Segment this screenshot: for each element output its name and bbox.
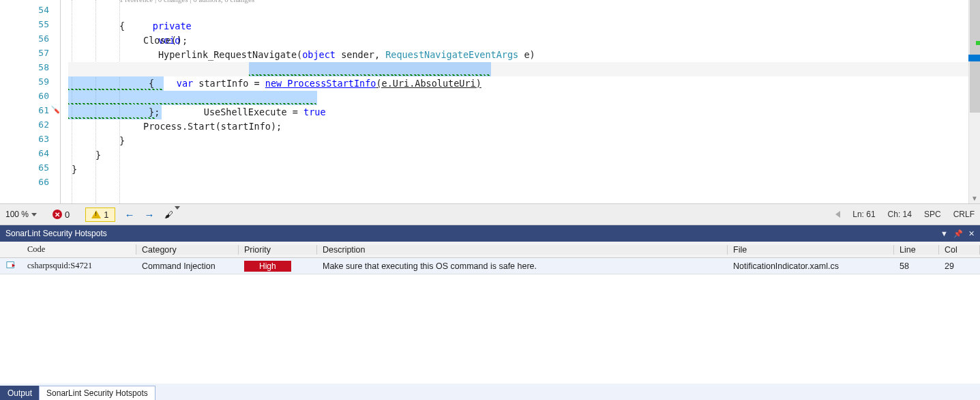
cleanup-icon[interactable]: 🖌	[164, 210, 180, 220]
chevron-down-icon[interactable]: ▼	[971, 195, 978, 202]
col-description[interactable]: Description	[317, 245, 728, 255]
indent-mode[interactable]: SPC	[924, 210, 941, 219]
linenum: 60	[38, 91, 49, 101]
priority-badge: High	[244, 261, 291, 272]
vertical-scrollbar[interactable]: ▼	[968, 0, 980, 203]
bottom-tab-strip: Output SonarLint Security Hotspots	[0, 384, 980, 400]
close-icon[interactable]: ✕	[968, 229, 975, 238]
linenum: 54	[38, 5, 49, 15]
col-line[interactable]: Line	[894, 245, 939, 255]
editor-status-bar: 100 % ✕ 0 1 ← → 🖌 Ln: 61 Ch: 14 SPC CRLF	[0, 203, 980, 225]
cell-file: NotificationIndicator.xaml.cs	[728, 261, 894, 271]
panel-titlebar[interactable]: SonarLint Security Hotspots ▼ 📌 ✕	[0, 225, 980, 242]
call-close: Close();	[143, 33, 980, 48]
type-requestnav: RequestNavigateEventArgs	[385, 49, 518, 60]
error-count-value: 0	[65, 210, 70, 220]
char-indicator[interactable]: Ch: 14	[888, 210, 912, 219]
grid-header: Code Category Priority Description File …	[0, 242, 980, 258]
warning-icon	[91, 210, 101, 218]
param-e: e)	[518, 49, 535, 60]
method-name: Hyperlink_RequestNavigate(	[153, 49, 302, 60]
line-endings[interactable]: CRLF	[953, 210, 975, 219]
hotspot-row[interactable]: csharpsquid:S4721 Command Injection High…	[0, 258, 980, 274]
linenum: 64	[38, 148, 49, 158]
error-count[interactable]: ✕ 0	[46, 208, 76, 222]
brace-close: }	[95, 148, 980, 162]
kw-object: object	[302, 49, 336, 60]
zoom-value: 100 %	[5, 210, 29, 219]
linenum: 58	[38, 62, 49, 72]
col-priority[interactable]: Priority	[239, 245, 317, 255]
obj-init-close: };	[149, 105, 980, 119]
hotspot-icon	[6, 260, 16, 270]
linenum: 63	[38, 134, 49, 144]
call-process-start: Process.Start(startInfo);	[143, 119, 980, 134]
cell-code: csharpsquid:S4721	[22, 261, 136, 271]
panel-menu-icon[interactable]: ▼	[940, 229, 948, 238]
overview-caret-mark	[968, 55, 980, 61]
obj-init-open: {	[149, 76, 980, 91]
cell-description: Make sure that executing this OS command…	[317, 261, 728, 271]
linenum: 59	[38, 76, 49, 87]
code-area[interactable]: 1 reference | 0 changes | 0 authors, 0 c…	[68, 0, 980, 203]
quick-actions-icon[interactable]: 🪛	[50, 105, 60, 114]
brace-close: }	[72, 162, 980, 177]
param: sender,	[336, 49, 385, 60]
linenum: 61	[38, 105, 49, 115]
pin-icon[interactable]: 📌	[953, 229, 963, 238]
cell-category: Command Injection	[136, 261, 239, 271]
grid-body[interactable]: csharpsquid:S4721 Command Injection High…	[0, 258, 980, 384]
line-indicator[interactable]: Ln: 61	[852, 210, 875, 219]
code-editor[interactable]: 54 55 56 57 58 59 60 61 62 63 64 65 66 −…	[0, 0, 980, 203]
cell-col: 29	[939, 261, 980, 271]
error-icon: ✕	[53, 210, 62, 219]
linenum: 57	[38, 48, 49, 58]
chevron-down-icon[interactable]	[31, 213, 37, 216]
col-col[interactable]: Col	[939, 245, 980, 255]
zoom-control[interactable]: 100 %	[5, 210, 37, 219]
tab-output[interactable]: Output	[0, 386, 40, 400]
col-category[interactable]: Category	[136, 245, 239, 255]
col-file[interactable]: File	[728, 245, 894, 255]
col-code[interactable]: Code	[22, 244, 136, 255]
linenum: 56	[38, 33, 49, 44]
overview-mark	[976, 41, 980, 45]
chevron-down-icon	[175, 206, 180, 220]
warning-count-value: 1	[104, 210, 108, 220]
linenum: 66	[38, 177, 49, 187]
caret-left-icon[interactable]	[835, 211, 840, 218]
gutter: 54 55 56 57 58 59 60 61 62 63 64 65 66 −…	[0, 0, 68, 203]
nav-forward-button[interactable]: →	[145, 209, 155, 220]
cell-line: 58	[894, 261, 939, 271]
linenum: 62	[38, 119, 49, 130]
linenum: 55	[38, 19, 49, 29]
nav-back-button[interactable]: ←	[125, 209, 135, 220]
brace-close: }	[119, 134, 980, 148]
sonarlint-panel: SonarLint Security Hotspots ▼ 📌 ✕ Code C…	[0, 225, 980, 384]
linenum: 65	[38, 162, 49, 173]
brace-open: {	[119, 19, 980, 33]
